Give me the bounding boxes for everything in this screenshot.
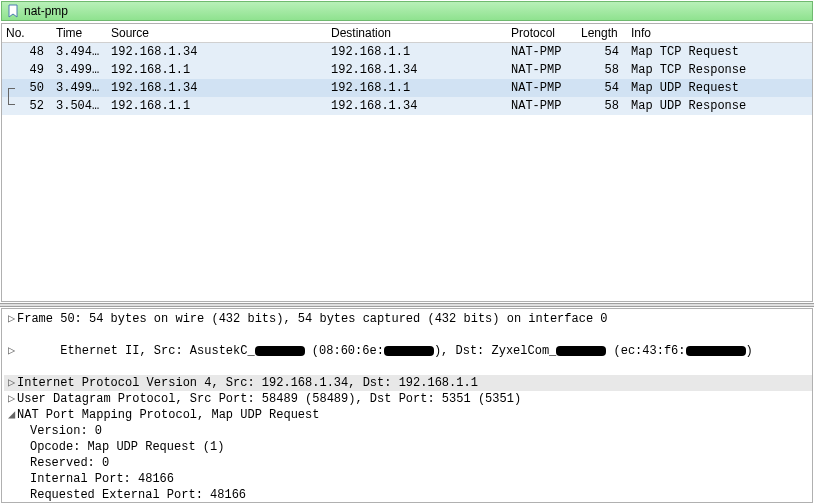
tree-ip[interactable]: ▷ Internet Protocol Version 4, Src: 192.…	[4, 375, 812, 391]
tree-udp[interactable]: ▷ User Datagram Protocol, Src Port: 5848…	[4, 391, 812, 407]
expand-icon[interactable]: ▷	[6, 311, 17, 327]
tree-ip-text: Internet Protocol Version 4, Src: 192.16…	[17, 375, 478, 391]
redacted-mac	[384, 346, 434, 356]
tree-nat-version[interactable]: Version: 0	[4, 423, 812, 439]
cell-time: 3.504…	[52, 97, 107, 115]
cell-no: 49	[2, 61, 52, 79]
packet-detail-pane[interactable]: ▷ Frame 50: 54 bytes on wire (432 bits),…	[1, 308, 813, 503]
cell-no: 50	[2, 79, 52, 97]
expand-icon[interactable]: ▷	[6, 391, 17, 407]
redacted-mac	[255, 346, 305, 356]
cell-dst: 192.168.1.34	[327, 61, 507, 79]
bookmark-icon[interactable]	[6, 4, 20, 18]
cell-proto: NAT-PMP	[507, 97, 577, 115]
tree-nat-intport[interactable]: Internal Port: 48166	[4, 471, 812, 487]
col-header-proto[interactable]: Protocol	[507, 24, 577, 43]
cell-info: Map UDP Request	[627, 79, 812, 97]
col-header-len[interactable]: Length	[577, 24, 627, 43]
cell-proto: NAT-PMP	[507, 79, 577, 97]
cell-no: 48	[2, 43, 52, 62]
expand-icon[interactable]: ▷	[6, 375, 17, 391]
collapse-icon[interactable]: ◢	[6, 407, 17, 423]
cell-info: Map TCP Request	[627, 43, 812, 62]
tree-nat-text: NAT Port Mapping Protocol, Map UDP Reque…	[17, 407, 319, 423]
packet-list-pane[interactable]: No. Time Source Destination Protocol Len…	[1, 23, 813, 302]
col-header-src[interactable]: Source	[107, 24, 327, 43]
packet-row[interactable]: 523.504…192.168.1.1192.168.1.34NAT-PMP58…	[2, 97, 812, 115]
cell-src: 192.168.1.34	[107, 43, 327, 62]
cell-len: 54	[577, 43, 627, 62]
cell-time: 3.494…	[52, 43, 107, 62]
col-header-dst[interactable]: Destination	[327, 24, 507, 43]
tree-udp-text: User Datagram Protocol, Src Port: 58489 …	[17, 391, 521, 407]
tree-eth-text: Ethernet II, Src: AsustekC_ (08:60:6e:),…	[17, 327, 753, 375]
packet-row[interactable]: 493.499…192.168.1.1192.168.1.34NAT-PMP58…	[2, 61, 812, 79]
cell-time: 3.499…	[52, 61, 107, 79]
tree-natpmp[interactable]: ◢ NAT Port Mapping Protocol, Map UDP Req…	[4, 407, 812, 423]
pane-divider[interactable]	[0, 303, 814, 307]
col-header-no[interactable]: No.	[2, 24, 52, 43]
cell-no: 52	[2, 97, 52, 115]
cell-len: 58	[577, 97, 627, 115]
cell-src: 192.168.1.1	[107, 97, 327, 115]
expand-icon[interactable]: ▷	[6, 343, 17, 359]
col-header-time[interactable]: Time	[52, 24, 107, 43]
cell-len: 54	[577, 79, 627, 97]
cell-len: 58	[577, 61, 627, 79]
tree-frame-text: Frame 50: 54 bytes on wire (432 bits), 5…	[17, 311, 608, 327]
tree-ethernet[interactable]: ▷ Ethernet II, Src: AsustekC_ (08:60:6e:…	[4, 327, 812, 375]
cell-info: Map UDP Response	[627, 97, 812, 115]
packet-row[interactable]: 483.494…192.168.1.34192.168.1.1NAT-PMP54…	[2, 43, 812, 62]
tree-nat-extport[interactable]: Requested External Port: 48166	[4, 487, 812, 503]
display-filter-input[interactable]	[24, 4, 808, 18]
col-header-info[interactable]: Info	[627, 24, 812, 43]
packet-row[interactable]: 503.499…192.168.1.34192.168.1.1NAT-PMP54…	[2, 79, 812, 97]
cell-info: Map TCP Response	[627, 61, 812, 79]
tree-nat-reserved[interactable]: Reserved: 0	[4, 455, 812, 471]
cell-proto: NAT-PMP	[507, 43, 577, 62]
tree-nat-opcode[interactable]: Opcode: Map UDP Request (1)	[4, 439, 812, 455]
cell-proto: NAT-PMP	[507, 61, 577, 79]
redacted-mac	[556, 346, 606, 356]
packet-table: No. Time Source Destination Protocol Len…	[2, 24, 812, 115]
cell-dst: 192.168.1.1	[327, 43, 507, 62]
cell-time: 3.499…	[52, 79, 107, 97]
redacted-mac	[686, 346, 746, 356]
tree-frame[interactable]: ▷ Frame 50: 54 bytes on wire (432 bits),…	[4, 311, 812, 327]
cell-dst: 192.168.1.1	[327, 79, 507, 97]
cell-src: 192.168.1.1	[107, 61, 327, 79]
cell-src: 192.168.1.34	[107, 79, 327, 97]
cell-dst: 192.168.1.34	[327, 97, 507, 115]
packet-header-row[interactable]: No. Time Source Destination Protocol Len…	[2, 24, 812, 43]
display-filter-bar[interactable]	[1, 1, 813, 21]
